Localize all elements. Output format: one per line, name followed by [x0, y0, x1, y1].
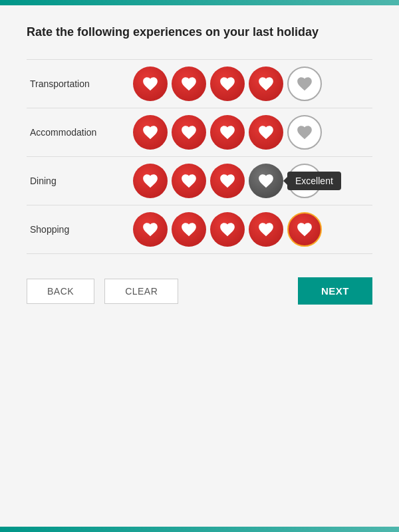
- heart-button-dining-1[interactable]: [133, 164, 168, 198]
- heart-icon: [296, 75, 313, 92]
- heart-wrapper-dining-1: [133, 164, 168, 198]
- heart-wrapper-dining-2: [172, 164, 206, 198]
- heart-wrapper-transportation-4: [249, 66, 283, 101]
- heart-icon: [219, 75, 236, 92]
- heart-wrapper-accommodation-5: [287, 115, 322, 150]
- tooltip: Excellent: [287, 172, 341, 190]
- heart-icon: [180, 221, 198, 238]
- heart-button-shopping-5[interactable]: [287, 212, 322, 247]
- row-label-dining: Dining: [27, 157, 133, 205]
- heart-button-transportation-1[interactable]: [133, 66, 168, 101]
- clear-button[interactable]: CLEAR: [104, 279, 178, 304]
- question-title: Rate the following experiences on your l…: [27, 25, 372, 39]
- heart-wrapper-accommodation-1: [133, 115, 168, 150]
- stars-cell-dining: Excellent: [133, 157, 372, 205]
- heart-icon: [142, 75, 159, 92]
- heart-button-dining-2[interactable]: [172, 164, 206, 198]
- rating-row: Transportation: [27, 60, 372, 108]
- rating-table: TransportationAccommodationDiningExcelle…: [27, 59, 372, 254]
- heart-icon: [219, 221, 236, 238]
- heart-icon: [142, 172, 159, 190]
- heart-icon: [257, 75, 275, 92]
- back-button[interactable]: BACK: [27, 279, 94, 304]
- heart-wrapper-shopping-2: [172, 212, 206, 247]
- heart-icon: [257, 221, 275, 238]
- heart-button-accommodation-4[interactable]: [249, 115, 283, 150]
- heart-button-shopping-2[interactable]: [172, 212, 206, 247]
- heart-wrapper-dining-4: Excellent: [249, 164, 283, 198]
- rating-row: Shopping: [27, 205, 372, 254]
- heart-wrapper-transportation-2: [172, 66, 206, 101]
- heart-button-shopping-4[interactable]: [249, 212, 283, 247]
- heart-icon: [296, 124, 313, 141]
- heart-button-shopping-1[interactable]: [133, 212, 168, 247]
- next-button[interactable]: NEXT: [298, 277, 372, 305]
- heart-button-accommodation-1[interactable]: [133, 115, 168, 150]
- heart-wrapper-accommodation-2: [172, 115, 206, 150]
- heart-button-accommodation-2[interactable]: [172, 115, 206, 150]
- heart-wrapper-shopping-3: [210, 212, 245, 247]
- heart-button-transportation-4[interactable]: [249, 66, 283, 101]
- heart-wrapper-accommodation-3: [210, 115, 245, 150]
- heart-wrapper-shopping-5: [287, 212, 322, 247]
- heart-wrapper-accommodation-4: [249, 115, 283, 150]
- heart-icon: [296, 221, 313, 238]
- stars-cell-shopping: [133, 205, 372, 253]
- row-label-transportation: Transportation: [27, 60, 133, 108]
- row-label-shopping: Shopping: [27, 205, 133, 254]
- buttons-row: BACK CLEAR NEXT: [27, 277, 372, 305]
- heart-wrapper-transportation-3: [210, 66, 245, 101]
- heart-button-shopping-3[interactable]: [210, 212, 245, 247]
- bottom-bar: [0, 527, 399, 532]
- heart-button-dining-4[interactable]: [249, 164, 283, 198]
- heart-icon: [180, 75, 198, 92]
- heart-icon: [257, 124, 275, 141]
- heart-wrapper-shopping-1: [133, 212, 168, 247]
- heart-icon: [142, 221, 159, 238]
- heart-icon: [180, 172, 198, 190]
- heart-icon: [257, 172, 275, 190]
- rating-row: DiningExcellent: [27, 157, 372, 205]
- heart-button-transportation-3[interactable]: [210, 66, 245, 101]
- heart-wrapper-dining-3: [210, 164, 245, 198]
- heart-button-dining-3[interactable]: [210, 164, 245, 198]
- heart-wrapper-transportation-5: [287, 66, 322, 101]
- stars-cell-transportation: [133, 60, 372, 108]
- heart-button-accommodation-3[interactable]: [210, 115, 245, 150]
- heart-wrapper-shopping-4: [249, 212, 283, 247]
- row-label-accommodation: Accommodation: [27, 108, 133, 157]
- heart-icon: [142, 124, 159, 141]
- rating-row: Accommodation: [27, 108, 372, 157]
- stars-cell-accommodation: [133, 108, 372, 156]
- heart-icon: [219, 124, 236, 141]
- heart-button-transportation-5[interactable]: [287, 66, 322, 101]
- heart-icon: [180, 124, 198, 141]
- heart-wrapper-transportation-1: [133, 66, 168, 101]
- top-bar: [0, 0, 399, 5]
- heart-button-accommodation-5[interactable]: [287, 115, 322, 150]
- heart-button-transportation-2[interactable]: [172, 66, 206, 101]
- heart-icon: [219, 172, 236, 190]
